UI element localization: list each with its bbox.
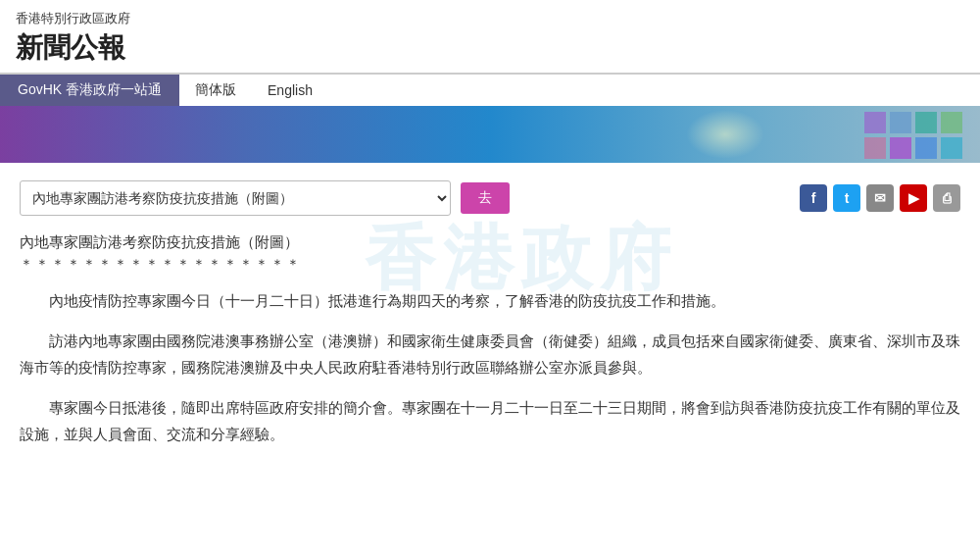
page-header: 香港特別行政區政府 新聞公報 [0,0,980,73]
banner [0,106,980,163]
nav-simplified[interactable]: 簡体版 [179,75,252,106]
article-para-1: 內地疫情防控專家團今日（十一月二十日）抵港進行為期四天的考察，了解香港的防疫抗疫… [20,287,960,314]
header-subtitle: 香港特別行政區政府 [16,10,964,27]
banner-squares [862,106,980,163]
article-stars: ＊＊＊＊＊＊＊＊＊＊＊＊＊＊＊＊＊＊ [20,256,960,274]
banner-glow [686,110,764,159]
nav-bar: GovHK 香港政府一站通 簡体版 English [0,73,980,106]
article-body: 內地專家團訪港考察防疫抗疫措施（附圖） ＊＊＊＊＊＊＊＊＊＊＊＊＊＊＊＊＊＊ 內… [20,233,960,447]
svg-rect-4 [864,137,886,159]
article-para-2: 訪港內地專家團由國務院港澳事務辦公室（港澳辦）和國家衛生健康委員會（衛健委）組織… [20,328,960,381]
article-select[interactable]: 內地專家團訪港考察防疫抗疫措施（附圖） [20,180,451,216]
print-icon[interactable]: ⎙ [933,184,960,212]
article-para-3: 專家團今日抵港後，隨即出席特區政府安排的簡介會。專家團在十一月二十一日至二十三日… [20,394,960,447]
youtube-icon[interactable]: ▶ [900,184,927,212]
nav-govhk[interactable]: GovHK 香港政府一站通 [0,75,179,106]
article-heading: 內地專家團訪港考察防疫抗疫措施（附圖） [20,233,960,252]
svg-rect-3 [941,112,962,133]
go-button[interactable]: 去 [461,182,510,214]
main-content: 香港政府 內地專家團訪港考察防疫抗疫措施（附圖） 去 f t ✉ ▶ ⎙ 內地專… [0,163,980,481]
header-title: 新聞公報 [16,29,964,67]
svg-rect-7 [941,137,962,159]
svg-rect-0 [864,112,886,133]
email-icon[interactable]: ✉ [866,184,894,212]
nav-english[interactable]: English [252,75,328,106]
social-icons: f t ✉ ▶ ⎙ [800,184,960,212]
svg-rect-2 [915,112,937,133]
svg-rect-6 [915,137,937,159]
twitter-icon[interactable]: t [833,184,860,212]
facebook-icon[interactable]: f [800,184,827,212]
dropdown-row: 內地專家團訪港考察防疫抗疫措施（附圖） 去 f t ✉ ▶ ⎙ [20,180,960,216]
banner-decoration [862,106,980,163]
svg-rect-1 [890,112,911,133]
svg-rect-5 [890,137,911,159]
